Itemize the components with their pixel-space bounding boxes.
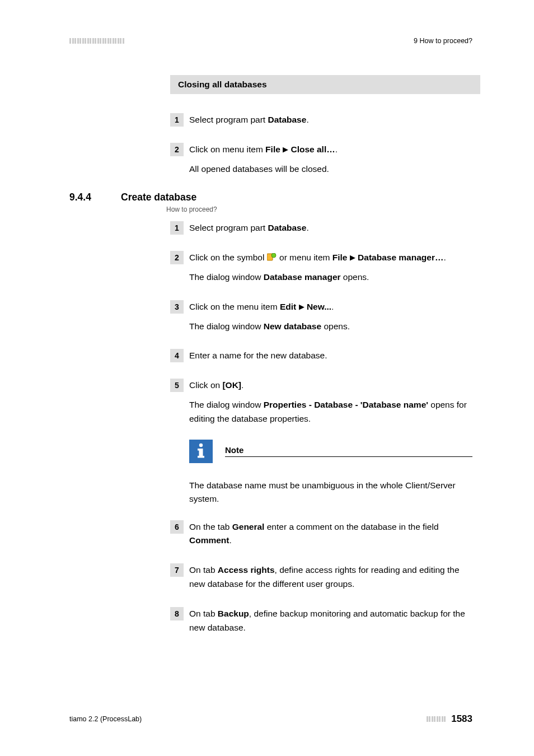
svg-point-1 <box>271 253 276 258</box>
step-body: Select program part Database. <box>189 113 309 127</box>
step-body: On tab Backup, define backup monitoring … <box>189 607 472 635</box>
note-header: Note <box>189 440 472 463</box>
step-text: Select program part <box>189 115 268 124</box>
step-text: enter a comment on the database in the f… <box>264 522 438 531</box>
step-number: 4 <box>170 349 184 362</box>
step-result-bold: New database <box>264 321 321 331</box>
step-body: Select program part Database. <box>189 221 309 235</box>
step-2-3: 3 Click on the menu item Edit ▶ New.... … <box>170 300 472 334</box>
step-result-text: The dialog window <box>189 272 264 282</box>
step-bold: Access rights <box>218 565 275 575</box>
footer-product: tiamo 2.2 (ProcessLab) <box>69 715 142 723</box>
footer-decoration <box>427 716 446 722</box>
step-bold: Comment <box>189 535 229 545</box>
step-result-bold: Properties - Database - 'Database name' <box>264 400 428 409</box>
step-bold: General <box>232 522 265 531</box>
svg-point-2 <box>199 443 203 446</box>
step-body: Enter a name for the new database. <box>189 349 327 363</box>
step-bold: File <box>265 144 280 154</box>
step-bold: Database <box>268 115 306 124</box>
step-2-8: 8 On tab Backup, define backup monitorin… <box>170 607 472 635</box>
step-bold: Close all… <box>291 144 335 154</box>
step-number: 7 <box>170 563 184 577</box>
step-text: . <box>229 535 231 545</box>
note-body: The database name must be unambiguous in… <box>189 479 472 506</box>
step-body: Click on the menu item Edit ▶ New.... Th… <box>189 300 350 334</box>
step-text: . <box>306 223 308 232</box>
arrow-icon: ▶ <box>299 302 305 311</box>
step-1-2: 2 Click on menu item File ▶ Close all…. … <box>170 143 472 176</box>
note-title: Note <box>225 445 472 457</box>
footer-right: 1583 <box>427 713 472 725</box>
step-2-5: 5 Click on [OK]. The dialog window Prope… <box>170 379 472 426</box>
page-header: 9 How to proceed? <box>69 37 472 45</box>
step-result: All opened databases will be closed. <box>189 162 338 176</box>
svg-rect-5 <box>198 456 204 458</box>
step-2-1: 1 Select program part Database. <box>170 221 472 235</box>
step-number: 1 <box>170 113 184 127</box>
step-number: 6 <box>170 520 184 534</box>
step-body: On tab Access rights, define access righ… <box>189 563 472 591</box>
step-text: . <box>331 302 334 311</box>
header-decoration <box>69 38 124 44</box>
step-text: or menu item <box>277 253 332 262</box>
step-2-7: 7 On tab Access rights, define access ri… <box>170 563 472 591</box>
step-bold: Edit <box>280 302 296 311</box>
step-text: Select program part <box>189 223 268 232</box>
chapter-title: 9 How to proceed? <box>414 37 472 45</box>
note-box: Note The database name must be unambiguo… <box>189 440 472 506</box>
step-bold: Backup <box>218 609 249 618</box>
step-1-1: 1 Select program part Database. <box>170 113 472 127</box>
step-text: Click on <box>189 380 222 390</box>
step-number: 1 <box>170 221 184 235</box>
howto-label: How to proceed? <box>166 206 472 213</box>
step-result-text: The dialog window <box>189 400 264 409</box>
step-bold: File <box>332 253 348 262</box>
step-number: 2 <box>170 251 184 264</box>
step-bold: [OK] <box>222 380 241 390</box>
step-2-6: 6 On the tab General enter a comment on … <box>170 520 472 548</box>
step-text: . <box>443 253 446 262</box>
step-2-4: 4 Enter a name for the new database. <box>170 349 472 363</box>
step-bold: Database manager… <box>358 253 443 262</box>
step-number: 8 <box>170 607 184 620</box>
step-text: . <box>335 144 338 154</box>
step-text: On tab <box>189 609 218 618</box>
section-heading-create: 9.4.4 Create database <box>69 192 472 203</box>
page: 9 How to proceed? Closing all databases … <box>0 0 534 756</box>
step-body: On the tab General enter a comment on th… <box>189 520 472 548</box>
step-2-2: 2 Click on the symbol or menu item File … <box>170 251 472 284</box>
step-bold: Database <box>268 223 306 232</box>
section-title: Create database <box>121 192 196 203</box>
arrow-icon: ▶ <box>350 253 355 262</box>
step-text: Click on the symbol <box>189 253 267 262</box>
step-body: Click on [OK]. The dialog window Propert… <box>189 379 472 426</box>
page-footer: tiamo 2.2 (ProcessLab) 1583 <box>69 713 472 725</box>
step-number: 5 <box>170 379 184 392</box>
step-text: Enter a name for the new database. <box>189 349 327 363</box>
step-result-text: opens. <box>321 321 350 331</box>
step-text: Click on the menu item <box>189 302 280 311</box>
page-number: 1583 <box>451 713 472 725</box>
step-bold: New... <box>307 302 331 311</box>
step-text: Click on menu item <box>189 144 265 154</box>
info-icon <box>189 440 213 463</box>
section-heading-closing: Closing all databases <box>170 75 480 94</box>
step-number: 2 <box>170 143 184 156</box>
arrow-icon: ▶ <box>283 145 288 153</box>
step-body: Click on the symbol or menu item File ▶ … <box>189 251 446 284</box>
svg-rect-4 <box>198 449 200 451</box>
step-result-text: opens. <box>341 272 369 282</box>
step-text: . <box>241 380 243 390</box>
step-number: 3 <box>170 300 184 314</box>
step-result-bold: Database manager <box>264 272 341 282</box>
step-result-text: The dialog window <box>189 321 264 331</box>
step-text: On the tab <box>189 522 232 531</box>
database-manager-icon <box>267 253 277 261</box>
step-text: . <box>306 115 308 124</box>
step-text: On tab <box>189 565 218 575</box>
step-body: Click on menu item File ▶ Close all…. Al… <box>189 143 338 176</box>
section-number: 9.4.4 <box>69 192 121 203</box>
